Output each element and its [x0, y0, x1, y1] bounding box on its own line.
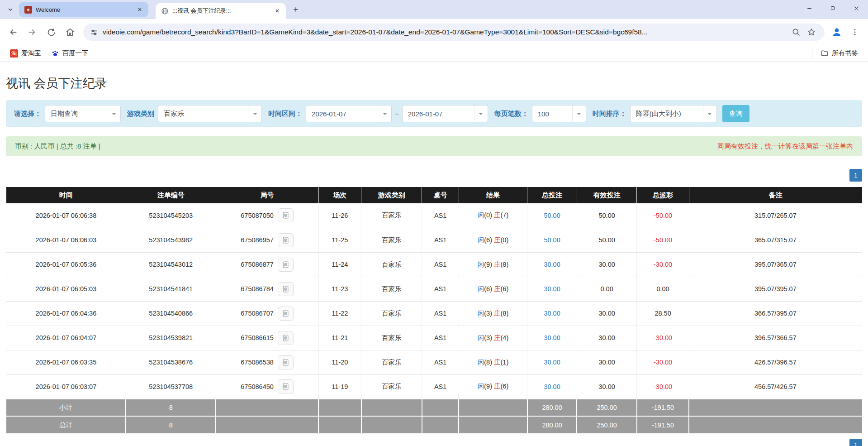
result-banker-label: 庄	[494, 236, 501, 244]
video-replay-button[interactable]	[278, 282, 294, 296]
browser-menu-button[interactable]	[846, 24, 863, 41]
cell-payout: -30.00	[637, 374, 689, 399]
video-replay-button[interactable]	[278, 208, 294, 222]
round-id-text: 675086707	[241, 310, 274, 317]
cell-session: 11-19	[318, 374, 361, 399]
cell-time: 2026-01-07 06:04:07	[6, 326, 126, 350]
header-game-kind: 游戏类别	[361, 187, 422, 203]
cell-total-bet: 50.00	[527, 228, 577, 252]
forward-button[interactable]	[24, 24, 41, 41]
tab-welcome[interactable]: ♠ Welcome	[19, 2, 148, 17]
window-close-button[interactable]	[844, 0, 868, 16]
cell-result: 闲(0) 庄(7)	[459, 203, 527, 228]
cell-valid-bet: 30.00	[577, 301, 636, 326]
all-bookmarks-button[interactable]: 所有书签	[817, 48, 862, 59]
cell-payout: 0.00	[637, 277, 689, 301]
pagination-page-1-bottom[interactable]: 1	[849, 439, 862, 446]
cell-total-bet: 30.00	[527, 326, 577, 350]
cell-table: AS1	[422, 252, 459, 277]
date-start-select[interactable]: 2026-01-07	[306, 105, 392, 122]
tab-close-icon[interactable]	[136, 5, 144, 14]
date-end-select[interactable]: 2026-01-07	[402, 105, 488, 122]
address-bar[interactable]: videoie.com/game/betrecord_search/kind3?…	[83, 24, 825, 41]
round-id-text: 675086450	[241, 383, 274, 390]
game-kind-select[interactable]: 百家乐	[158, 105, 262, 122]
back-button[interactable]	[5, 24, 22, 41]
bookmark-label: 百度一下	[62, 49, 89, 58]
reload-button[interactable]	[43, 24, 60, 41]
header-valid-bet: 有效投注	[577, 187, 636, 203]
result-banker-score: (8)	[501, 310, 509, 317]
window-minimize-button[interactable]	[797, 0, 821, 16]
cell-valid-bet: 50.00	[577, 228, 636, 252]
query-button[interactable]: 查询	[722, 105, 749, 122]
video-replay-button[interactable]	[278, 258, 294, 272]
video-replay-icon	[282, 285, 289, 293]
cell-session: 11-25	[318, 228, 361, 252]
video-replay-button[interactable]	[278, 233, 294, 247]
cell-game-kind: 百家乐	[361, 374, 422, 399]
cell-payout: -50.00	[637, 228, 689, 252]
page-title: 视讯 会员下注纪录	[6, 75, 862, 91]
browser-toolbar: videoie.com/game/betrecord_search/kind3?…	[0, 19, 868, 45]
cell-session: 11-24	[318, 252, 361, 277]
bookmark-taobao[interactable]: 淘 爱淘宝	[6, 48, 45, 59]
sort-select[interactable]: 降幂(由大到小)	[630, 105, 717, 122]
video-replay-icon	[282, 236, 289, 244]
cell-game-kind: 百家乐	[361, 277, 422, 301]
cell-round-id: 675087050	[216, 203, 318, 228]
page-content: 视讯 会员下注纪录 请选择： 日期查询 游戏类别 百家乐 时间区间： 2026-…	[0, 75, 868, 446]
baidu-paw-icon	[51, 49, 59, 58]
all-bookmarks-label: 所有书签	[832, 49, 858, 58]
cell-remark: 396.57/366.57	[689, 326, 862, 350]
cell-time: 2026-01-07 06:06:38	[6, 203, 126, 228]
result-banker-label: 庄	[494, 310, 501, 317]
summary-count: 8	[126, 416, 216, 433]
tab-title: Welcome	[36, 6, 132, 13]
cell-table: AS1	[422, 301, 459, 326]
summary-empty	[422, 416, 459, 433]
new-tab-button[interactable]	[289, 3, 302, 16]
cell-total-bet: 30.00	[527, 374, 577, 399]
video-replay-button[interactable]	[278, 331, 294, 345]
window-maximize-button[interactable]	[821, 0, 844, 16]
tab-search-button[interactable]	[4, 3, 17, 16]
header-total-bet: 总投注	[527, 187, 577, 203]
video-replay-button[interactable]	[278, 355, 294, 369]
video-replay-button[interactable]	[278, 307, 294, 321]
game-kind-label: 游戏类别	[127, 110, 154, 118]
cell-game-kind: 百家乐	[361, 326, 422, 350]
result-player-label: 闲	[478, 236, 484, 244]
chevron-down-icon	[7, 6, 14, 13]
table-row: 2026-01-07 06:03:07523104537708675086450…	[6, 374, 862, 399]
tab-betrecord[interactable]: :::视讯 会员下注纪录:::	[156, 3, 286, 19]
bookmark-star-button[interactable]	[804, 24, 819, 40]
cell-session: 11-20	[318, 350, 361, 374]
per-page-select[interactable]: 100	[532, 105, 586, 122]
cell-table: AS1	[422, 228, 459, 252]
result-player-score: (9)	[484, 261, 492, 268]
table-row: 2026-01-07 06:04:36523104540866675086707…	[6, 301, 862, 326]
video-replay-icon	[282, 359, 289, 366]
bookmark-baidu[interactable]: 百度一下	[47, 48, 92, 59]
zoom-page-button[interactable]	[788, 24, 804, 40]
cell-total-bet: 30.00	[527, 277, 577, 301]
window-controls	[797, 0, 868, 16]
cell-result: 闲(6) 庄(6)	[459, 277, 527, 301]
summary-total-bet: 280.00	[527, 399, 577, 416]
home-button[interactable]	[62, 24, 79, 41]
pagination-bottom: 1	[6, 439, 862, 446]
star-icon	[807, 28, 816, 37]
header-remark: 备注	[689, 187, 862, 203]
tab-close-icon[interactable]	[273, 7, 281, 15]
cell-time: 2026-01-07 06:03:35	[6, 350, 126, 374]
query-type-select[interactable]: 日期查询	[45, 105, 121, 122]
video-replay-button[interactable]	[278, 379, 294, 393]
summary-bar: 币别 : 人民币 | 总共 :8 注单 | 同局有效投注，统一计算在该局第一张注…	[6, 136, 862, 156]
pagination-page-1[interactable]: 1	[849, 169, 862, 182]
result-banker-label: 庄	[494, 334, 501, 341]
profile-avatar[interactable]	[829, 24, 844, 40]
cell-remark: 315.07/265.07	[689, 203, 862, 228]
summary-count: 8	[126, 399, 216, 416]
result-banker-score: (0)	[501, 236, 509, 244]
